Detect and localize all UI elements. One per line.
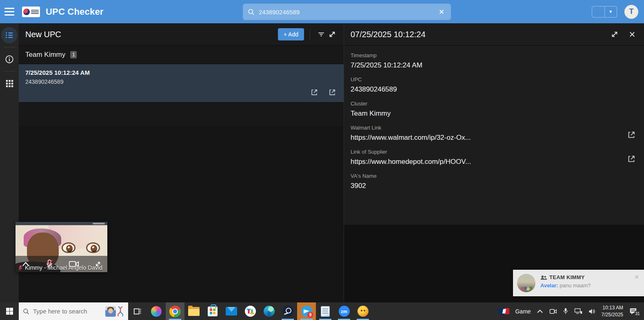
mlb-icon[interactable] xyxy=(499,308,509,314)
app-header: UPC Checker ✕ ▼ T xyxy=(0,0,644,23)
taskbar-apps: 9 zm xyxy=(128,302,372,320)
filter-button[interactable] xyxy=(316,29,326,40)
detail-header: 07/25/2025 10:12:24 xyxy=(344,23,644,46)
divider xyxy=(3,47,16,47)
chevron-down-icon[interactable]: ▼ xyxy=(604,7,617,17)
file-explorer-button[interactable] xyxy=(184,302,203,320)
header-dropdown-button[interactable]: ▼ xyxy=(592,6,617,18)
zoom-button[interactable]: zm xyxy=(335,302,353,320)
upc-list-item[interactable]: 7/25/2025 10:12:24 AM 243890246589 xyxy=(19,64,344,103)
open-link-button[interactable] xyxy=(326,87,338,98)
user-avatar[interactable]: T xyxy=(624,5,638,19)
taskbar-search[interactable] xyxy=(19,302,128,320)
chrome-icon xyxy=(169,306,181,317)
close-detail-button[interactable] xyxy=(627,29,637,40)
detail-panel: 07/25/2025 10:12:24 Timestamp 7/25/2025 … xyxy=(344,23,644,302)
field-value-link[interactable]: https://www.homedepot.com/p/HOOV... xyxy=(351,158,625,166)
field-cluster: Cluster Team Kimmy xyxy=(351,101,637,118)
toast-close-icon[interactable]: ✕ xyxy=(633,274,640,280)
expand-icon xyxy=(611,30,619,38)
ms-store-icon xyxy=(208,307,218,316)
video-titlebar[interactable] xyxy=(16,222,107,225)
info-icon xyxy=(5,55,14,64)
field-value-link[interactable]: https://www.walmart.com/ip/32-oz-Ox... xyxy=(351,134,625,142)
notepad-button[interactable] xyxy=(316,302,335,320)
network-icon[interactable] xyxy=(574,308,582,315)
video-content xyxy=(86,242,100,253)
mail-icon xyxy=(226,307,237,316)
slack-button[interactable] xyxy=(241,302,260,320)
system-tray: Game xyxy=(499,302,644,320)
open-link-button[interactable] xyxy=(309,87,320,98)
detail-title: 07/25/2025 10:12:24 xyxy=(351,30,602,39)
list-empty-area xyxy=(19,126,344,302)
menu-icon[interactable] xyxy=(0,0,19,23)
notification-count-badge: 31 xyxy=(634,310,641,317)
open-walmart-link-button[interactable] xyxy=(625,129,637,141)
field-label: UPC xyxy=(351,76,637,83)
tray-expand-chevron[interactable] xyxy=(537,309,543,314)
sidebar-item-info[interactable] xyxy=(0,50,19,69)
sidebar-item-list[interactable] xyxy=(0,26,19,45)
page-title: UPC Checker xyxy=(46,7,104,17)
expand-icon xyxy=(328,30,336,38)
edge-button[interactable] xyxy=(260,302,278,320)
dropdown-value xyxy=(592,7,604,17)
chat-notification-toast[interactable]: TEAM KIMMY Avelar: panu maam? ✕ xyxy=(513,270,644,296)
logo-mark xyxy=(23,9,30,15)
logo-text xyxy=(31,10,39,14)
clock[interactable]: 10:13 AM 7/25/2025 xyxy=(602,304,623,318)
expand-list-button[interactable] xyxy=(326,29,338,40)
game-label[interactable]: Game xyxy=(515,308,531,315)
copilot-button[interactable] xyxy=(147,302,166,320)
start-button[interactable] xyxy=(0,302,19,320)
clear-search-icon[interactable]: ✕ xyxy=(437,7,446,17)
sidebar-item-apps[interactable] xyxy=(0,74,19,93)
toast-sender: Avelar: xyxy=(540,282,558,289)
search-highlight-art[interactable] xyxy=(105,306,124,317)
field-label: Link of Supplier xyxy=(351,149,625,155)
meet-now-icon[interactable] xyxy=(549,308,557,315)
list-title: New UPC xyxy=(25,30,278,39)
toast-message: panu maam? xyxy=(560,282,591,289)
field-walmart-link: Walmart Link https://www.walmart.com/ip/… xyxy=(351,125,637,142)
mail-button[interactable] xyxy=(222,302,241,320)
windows-logo-icon xyxy=(6,308,13,315)
field-timestamp: Timestamp 7/25/2025 10:12:24 AM xyxy=(351,52,637,69)
field-upc: UPC 243890246589 xyxy=(351,76,637,94)
chrome-button[interactable] xyxy=(166,302,184,320)
group-icon xyxy=(540,275,547,280)
windows-taskbar: 9 zm Game xyxy=(0,302,644,320)
toast-title: TEAM KIMMY xyxy=(549,274,585,280)
search-input[interactable] xyxy=(259,9,437,16)
zoom-icon: zm xyxy=(339,306,350,317)
field-label: Timestamp xyxy=(351,52,637,58)
tray-date: 7/25/2025 xyxy=(602,311,623,318)
search-bar[interactable]: ✕ xyxy=(243,4,451,20)
participant-name: Kimmy - Michael Angelo David xyxy=(25,264,102,271)
item-upc: 243890246589 xyxy=(25,78,337,85)
count-badge: 1 xyxy=(70,51,77,58)
cluster-group-header[interactable]: Team Kimmy 1 xyxy=(19,46,344,64)
add-button[interactable]: + Add xyxy=(278,28,304,40)
participant-caption: Kimmy - Michael Angelo David xyxy=(18,264,102,271)
minimize-handle[interactable] xyxy=(93,223,105,224)
expand-detail-button[interactable] xyxy=(609,29,620,40)
telegram-button[interactable]: 9 xyxy=(297,302,316,320)
video-call-window[interactable]: Kimmy - Michael Angelo David xyxy=(16,222,107,272)
cluster-name: Team Kimmy xyxy=(25,51,65,59)
taskbar-search-input[interactable] xyxy=(33,308,102,315)
notepad-icon xyxy=(321,306,330,317)
open-supplier-link-button[interactable] xyxy=(625,153,637,165)
field-label: Cluster xyxy=(351,101,637,107)
ms-store-button[interactable] xyxy=(203,302,222,320)
field-label: VA's Name xyxy=(351,173,637,179)
grid-icon xyxy=(5,79,14,88)
task-view-button[interactable] xyxy=(128,302,147,320)
volume-icon[interactable] xyxy=(588,308,596,315)
mango-app-button[interactable] xyxy=(353,302,372,320)
steam-button[interactable] xyxy=(278,302,297,320)
action-center-button[interactable]: 31 xyxy=(629,307,639,315)
field-va-name: VA's Name 3902 xyxy=(351,173,637,190)
microphone-icon[interactable] xyxy=(563,307,568,315)
